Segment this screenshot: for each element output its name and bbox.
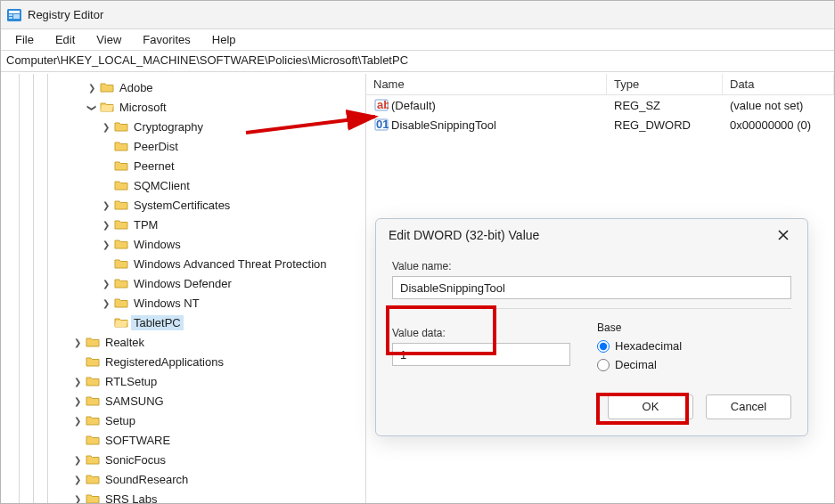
expand-icon[interactable]: ❯: [99, 200, 113, 210]
menu-view[interactable]: View: [86, 31, 132, 48]
tree-label: Windows Defender: [131, 276, 234, 291]
value-data-field[interactable]: [392, 343, 570, 366]
window-title: Registry Editor: [28, 8, 103, 21]
edit-dword-dialog: Edit DWORD (32-bit) Value Value name: Va…: [375, 218, 808, 436]
tree-label: Adobe: [117, 80, 156, 95]
value-name-label: Value name:: [392, 260, 791, 272]
radio-hex-input[interactable]: [597, 340, 610, 353]
col-header-name[interactable]: Name: [366, 74, 607, 94]
folder-icon: [85, 452, 101, 467]
value-data: 0x00000000 (0): [723, 118, 834, 133]
tree-item-watp[interactable]: Windows Advanced Threat Protection: [1, 254, 365, 273]
menu-help[interactable]: Help: [201, 31, 247, 48]
expand-icon[interactable]: ❯: [85, 83, 99, 93]
tree-item-regapps[interactable]: RegisteredApplications: [1, 352, 365, 371]
svg-rect-4: [13, 14, 20, 19]
radio-decimal[interactable]: Decimal: [597, 358, 791, 371]
registry-tree[interactable]: ❯ Adobe ❯ Microsoft ❯ Cryptography PeerD…: [1, 74, 366, 503]
tree-label: Peernet: [131, 159, 177, 174]
tree-item-tabletpc[interactable]: TabletPC: [1, 313, 365, 332]
value-data-label: Value data:: [392, 327, 570, 339]
dialog-title: Edit DWORD (32-bit) Value: [389, 228, 539, 242]
tree-item-winnt[interactable]: ❯Windows NT: [1, 293, 365, 313]
folder-icon: [113, 139, 129, 153]
tree-item-peernet[interactable]: Peernet: [1, 156, 365, 175]
menu-favorites[interactable]: Favorites: [132, 31, 201, 48]
folder-icon: [113, 256, 129, 271]
radio-hexadecimal[interactable]: Hexadecimal: [597, 339, 791, 353]
tree-label: Realtek: [102, 335, 147, 350]
value-name-field[interactable]: [392, 276, 791, 299]
tree-item-cryptography[interactable]: ❯ Cryptography: [1, 117, 365, 136]
separator: [392, 308, 791, 309]
svg-rect-2: [9, 14, 12, 16]
expand-icon[interactable]: ❯: [99, 220, 113, 230]
menu-edit[interactable]: Edit: [45, 31, 86, 48]
expand-icon[interactable]: ❯: [70, 377, 85, 386]
tree-item-software[interactable]: SOFTWARE: [1, 430, 365, 450]
tree-label: Windows Advanced Threat Protection: [131, 256, 330, 272]
tree-label: SonicFocus: [102, 452, 168, 467]
dialog-close-button[interactable]: [772, 225, 795, 245]
dword-value-icon: 011: [373, 118, 389, 132]
tree-item-systemcertificates[interactable]: ❯SystemCertificates: [1, 195, 365, 215]
col-header-type[interactable]: Type: [607, 74, 723, 94]
tree-item-sonicfocus[interactable]: ❯SonicFocus: [1, 450, 365, 469]
tree-item-realtek[interactable]: ❯Realtek: [1, 332, 365, 352]
tree-item-peerdist[interactable]: PeerDist: [1, 136, 365, 156]
tree-label: TPM: [131, 217, 160, 232]
tree-item-srslabs[interactable]: ❯SRS Labs: [1, 489, 365, 503]
address-bar[interactable]: Computer\HKEY_LOCAL_MACHINE\SOFTWARE\Pol…: [1, 51, 834, 72]
tree-label: RTLSetup: [102, 374, 160, 389]
tree-item-setup[interactable]: ❯Setup: [1, 411, 365, 430]
tree-label: SAMSUNG: [102, 394, 167, 409]
expand-icon[interactable]: ❯: [99, 298, 113, 308]
tree-item-microsoft[interactable]: ❯ Microsoft: [1, 97, 365, 117]
menu-bar: File Edit View Favorites Help: [1, 29, 834, 51]
value-type: REG_SZ: [607, 98, 723, 113]
svg-rect-1: [9, 11, 20, 13]
collapse-icon[interactable]: ❯: [87, 100, 97, 114]
tree-label: Microsoft: [117, 100, 169, 115]
close-icon: [777, 229, 790, 241]
tree-item-defender[interactable]: ❯Windows Defender: [1, 273, 365, 293]
folder-open-icon: [99, 100, 115, 114]
tree-item-tpm[interactable]: ❯TPM: [1, 215, 365, 234]
expand-icon[interactable]: ❯: [70, 416, 85, 426]
tree-item-soundresearch[interactable]: ❯SoundResearch: [1, 469, 365, 489]
folder-icon: [85, 472, 101, 486]
expand-icon[interactable]: ❯: [70, 337, 85, 347]
list-header[interactable]: Name Type Data: [366, 74, 834, 95]
tree-label: SystemCertificates: [131, 198, 233, 213]
list-row[interactable]: ab (Default) REG_SZ (value not set): [366, 95, 834, 115]
folder-icon: [113, 237, 129, 251]
radio-dec-input[interactable]: [597, 359, 610, 371]
folder-icon: [85, 354, 101, 369]
expand-icon[interactable]: ❯: [99, 279, 113, 289]
expand-icon[interactable]: ❯: [70, 396, 85, 406]
list-row[interactable]: 011 DisableSnippingTool REG_DWORD 0x0000…: [366, 115, 834, 134]
tree-item-samsung[interactable]: ❯SAMSUNG: [1, 391, 365, 411]
tree-item-windows[interactable]: ❯Windows: [1, 234, 365, 254]
ok-button[interactable]: OK: [608, 394, 693, 419]
tree-label: Windows: [131, 237, 184, 252]
tree-item-rtlsetup[interactable]: ❯RTLSetup: [1, 371, 365, 391]
expand-icon[interactable]: ❯: [99, 122, 113, 132]
folder-icon: [85, 433, 101, 447]
expand-icon[interactable]: ❯: [70, 455, 85, 465]
menu-file[interactable]: File: [4, 31, 45, 48]
tree-item-sqmclient[interactable]: SQMClient: [1, 175, 365, 195]
string-value-icon: ab: [373, 98, 389, 112]
col-header-data[interactable]: Data: [723, 74, 834, 94]
value-name: DisableSnippingTool: [391, 118, 496, 132]
expand-icon[interactable]: ❯: [99, 240, 113, 249]
expand-icon[interactable]: ❯: [70, 475, 85, 484]
expand-icon[interactable]: ❯: [70, 494, 85, 504]
radio-dec-label: Decimal: [615, 358, 657, 371]
cancel-button[interactable]: Cancel: [706, 394, 791, 419]
folder-icon: [113, 198, 129, 212]
tree-item-adobe[interactable]: ❯ Adobe: [1, 77, 365, 97]
tree-label: SRS Labs: [102, 492, 160, 504]
folder-icon: [113, 119, 129, 134]
app-icon: [6, 7, 22, 23]
